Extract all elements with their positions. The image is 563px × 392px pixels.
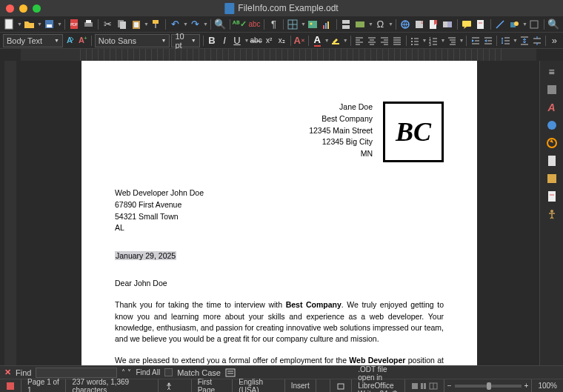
properties-panel-icon[interactable] xyxy=(543,82,561,98)
gallery-panel-icon[interactable] xyxy=(543,117,561,133)
outline-list-icon[interactable] xyxy=(446,34,457,47)
open-icon[interactable] xyxy=(23,18,36,31)
print-icon[interactable] xyxy=(82,18,95,31)
page-panel-icon[interactable] xyxy=(543,153,561,169)
save-status-icon[interactable] xyxy=(0,379,21,392)
number-list-icon[interactable]: 123 xyxy=(427,34,439,47)
subscript-icon[interactable]: x₂ xyxy=(276,34,287,47)
zoom-out-button[interactable]: − xyxy=(447,382,452,390)
number-dropdown[interactable]: ▼ xyxy=(440,38,444,43)
sidebar-menu-icon[interactable]: ≡ xyxy=(543,64,561,80)
formatting-marks-icon[interactable]: ¶ xyxy=(267,18,280,31)
manage-changes-icon[interactable] xyxy=(543,188,561,205)
close-findbar-button[interactable]: ✕ xyxy=(4,368,11,377)
page-break-icon[interactable] xyxy=(340,18,353,31)
horizontal-ruler[interactable] xyxy=(21,49,536,61)
spellcheck-icon[interactable]: ᴬᴮ✓ xyxy=(233,18,247,31)
highlight-dropdown[interactable]: ▼ xyxy=(343,38,347,43)
zoom-icon[interactable]: 🔍 xyxy=(547,18,560,31)
zoom-slider[interactable] xyxy=(455,385,522,388)
minimize-window-button[interactable] xyxy=(19,4,27,13)
decrease-indent-icon[interactable] xyxy=(482,34,493,47)
highlight-icon[interactable] xyxy=(330,34,342,47)
maximize-window-button[interactable] xyxy=(33,4,41,13)
draw-functions-icon[interactable] xyxy=(528,18,541,31)
underline-icon[interactable]: U xyxy=(232,34,243,47)
open-dropdown[interactable]: ▼ xyxy=(37,21,41,27)
italic-icon[interactable]: I xyxy=(219,34,230,47)
paste-icon[interactable] xyxy=(130,18,142,31)
comment-icon[interactable] xyxy=(461,18,473,31)
line-icon[interactable] xyxy=(494,18,507,31)
basic-shapes-icon[interactable] xyxy=(508,18,521,31)
find-options-icon[interactable] xyxy=(225,368,236,377)
superscript-icon[interactable]: x² xyxy=(264,34,275,47)
outline-dropdown[interactable]: ▼ xyxy=(459,38,463,43)
accessibility-check-icon[interactable] xyxy=(543,206,561,222)
insert-chart-icon[interactable] xyxy=(321,18,333,31)
font-color-dropdown[interactable]: ▼ xyxy=(324,38,329,43)
font-color-icon[interactable]: A xyxy=(312,34,323,47)
insert-table-icon[interactable] xyxy=(287,18,299,31)
align-center-icon[interactable] xyxy=(367,34,378,47)
copy-icon[interactable] xyxy=(116,18,128,31)
underline-dropdown[interactable]: ▼ xyxy=(244,38,249,43)
spacing-dropdown[interactable]: ▼ xyxy=(513,38,517,43)
bullet-list-icon[interactable] xyxy=(409,34,420,47)
update-style-icon[interactable]: A xyxy=(64,34,76,47)
special-char-icon[interactable]: Ω xyxy=(374,18,387,31)
shapes-dropdown[interactable]: ▼ xyxy=(522,21,527,27)
align-justify-icon[interactable] xyxy=(392,34,403,47)
find-all-button[interactable]: Find All xyxy=(136,368,160,376)
clear-formatting-icon[interactable]: A✕ xyxy=(294,34,305,47)
cut-icon[interactable]: ✂ xyxy=(101,18,114,31)
find-prev-button[interactable]: ˄ xyxy=(121,368,125,376)
footnote-icon[interactable]: 1 xyxy=(413,18,426,31)
document-page[interactable]: Jane Doe Best Company 12345 Main Street … xyxy=(81,61,477,365)
hyperlink-icon[interactable] xyxy=(399,18,412,31)
navigator-panel-icon[interactable] xyxy=(543,135,561,151)
signature-cell[interactable] xyxy=(330,379,352,392)
export-pdf-icon[interactable]: PDF xyxy=(68,18,81,31)
redo-icon[interactable]: ↷ xyxy=(189,18,201,31)
language-cell[interactable]: English (USA) xyxy=(233,379,284,392)
new-style-icon[interactable]: A+ xyxy=(77,34,88,47)
toolbar-overflow-icon[interactable]: » xyxy=(549,34,560,47)
undo-dropdown[interactable]: ▼ xyxy=(183,21,187,27)
zoom-slider-cell[interactable]: − + xyxy=(444,379,533,392)
spellcheck-auto-icon[interactable]: abc xyxy=(248,18,261,31)
track-changes-icon[interactable] xyxy=(475,18,487,31)
insert-field-icon[interactable] xyxy=(354,18,367,31)
accessibility-status-cell[interactable] xyxy=(159,379,192,392)
cross-ref-icon[interactable] xyxy=(442,18,454,31)
selection-mode-cell[interactable] xyxy=(316,379,331,392)
paste-dropdown[interactable]: ▼ xyxy=(144,21,148,27)
increase-indent-icon[interactable] xyxy=(470,34,481,47)
page-number-cell[interactable]: Page 1 of 1 xyxy=(21,379,66,392)
insert-mode-cell[interactable]: Insert xyxy=(285,379,316,392)
save-icon[interactable] xyxy=(43,18,56,31)
new-doc-icon[interactable] xyxy=(3,18,16,31)
bold-icon[interactable]: B xyxy=(207,34,218,47)
page-style-cell[interactable]: First Page xyxy=(192,379,233,392)
clone-formatting-icon[interactable] xyxy=(150,18,162,31)
find-replace-icon[interactable]: 🔍 xyxy=(214,18,227,31)
find-input[interactable] xyxy=(36,368,117,378)
save-dropdown[interactable]: ▼ xyxy=(57,21,61,27)
align-right-icon[interactable] xyxy=(379,34,390,47)
field-dropdown[interactable]: ▼ xyxy=(368,21,373,27)
line-spacing-icon[interactable] xyxy=(500,34,511,47)
match-case-checkbox[interactable] xyxy=(164,368,173,376)
font-size-combo[interactable]: 10 pt▼ xyxy=(171,34,199,47)
bullet-dropdown[interactable]: ▼ xyxy=(422,38,426,43)
insert-image-icon[interactable] xyxy=(307,18,319,31)
align-left-icon[interactable] xyxy=(354,34,365,47)
special-char-dropdown[interactable]: ▼ xyxy=(388,21,393,27)
paragraph-style-combo[interactable]: Body Text▼ xyxy=(3,34,63,47)
zoom-slider-thumb[interactable] xyxy=(487,382,491,390)
undo-icon[interactable]: ↶ xyxy=(169,18,181,31)
style-inspector-icon[interactable] xyxy=(543,170,561,187)
table-dropdown[interactable]: ▼ xyxy=(301,21,305,27)
document-viewport[interactable]: Jane Doe Best Company 12345 Main Street … xyxy=(21,61,532,365)
find-next-button[interactable]: ˅ xyxy=(127,368,131,376)
